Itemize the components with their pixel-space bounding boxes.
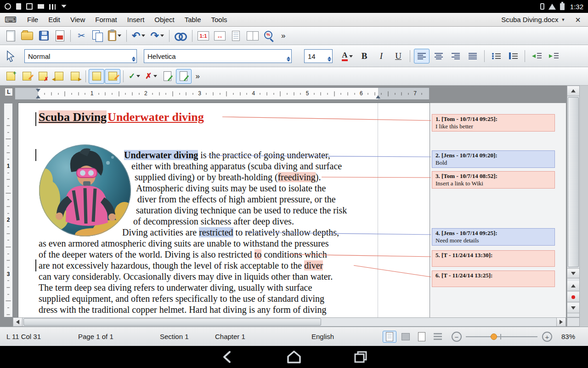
paste-button[interactable] (106, 29, 124, 43)
zoom-button[interactable]: % (261, 29, 277, 43)
increase-indent-button[interactable] (546, 49, 561, 63)
decrease-indent-button[interactable] (529, 49, 544, 63)
view-outline-button[interactable] (415, 331, 429, 343)
scroll-left-button[interactable] (13, 318, 23, 326)
vertical-ruler[interactable]: 123 (4, 103, 13, 317)
view-page-layout-button[interactable] (383, 331, 396, 343)
paragraph-style-select[interactable]: Normal (24, 49, 137, 63)
menu-edit[interactable]: Edit (43, 13, 65, 26)
browse-select-button[interactable] (567, 292, 579, 302)
keyboard-icon[interactable]: ⌨ (5, 15, 17, 25)
page-indicator[interactable]: Page 1 of 1 (78, 327, 113, 346)
menu-table[interactable]: Table (180, 13, 206, 26)
first-line-indent-marker[interactable] (36, 89, 40, 92)
undo-button[interactable]: ↶ (130, 29, 147, 43)
align-center-button[interactable] (431, 49, 447, 63)
tab-selector[interactable]: L (5, 88, 13, 96)
italic-button[interactable]: I (373, 49, 389, 63)
horizontal-ruler[interactable]: 1234567 (15, 87, 430, 100)
bullet-list-button[interactable] (488, 49, 504, 63)
comment-card[interactable]: 5. [T - 11/24/14 13:30]: (432, 250, 555, 267)
underline-button[interactable]: U (390, 49, 406, 63)
align-left-button[interactable] (414, 49, 430, 63)
home-button[interactable] (283, 346, 305, 368)
two-page-view-button[interactable] (244, 29, 261, 43)
horizontal-scrollbar[interactable] (13, 317, 566, 327)
toolbar-overflow-button[interactable]: » (196, 72, 200, 81)
combo-spinner-icon[interactable] (328, 57, 331, 62)
left-arrow-icon (16, 320, 19, 324)
combo-spinner-icon[interactable] (287, 57, 290, 62)
comment-card[interactable]: 3. [Tom - 10/7/14 08:52]:Insert a link t… (432, 171, 555, 189)
font-color-button[interactable]: A (339, 49, 355, 63)
language-indicator[interactable]: English (311, 327, 334, 346)
align-right-button[interactable] (448, 49, 464, 63)
scroll-down-button[interactable] (567, 268, 579, 278)
section-indicator[interactable]: Section 1 (160, 327, 189, 346)
find-button[interactable] (172, 29, 189, 43)
view-continuous-button[interactable] (431, 331, 445, 343)
actual-size-button[interactable]: 1:1 (195, 29, 211, 43)
reject-change-button[interactable]: ✗ (143, 69, 159, 84)
vertical-scrollbar[interactable] (567, 86, 580, 317)
numbered-list-button[interactable] (505, 49, 521, 63)
fit-width-button[interactable]: ↔ (212, 29, 228, 43)
zoom-slider-track[interactable] (466, 336, 537, 337)
menu-object[interactable]: Object (149, 13, 179, 26)
redo-button[interactable]: ↷ (148, 29, 166, 43)
chapter-indicator[interactable]: Chapter 1 (215, 327, 245, 346)
previous-object-button[interactable] (567, 281, 579, 291)
right-indent-marker[interactable] (376, 95, 380, 98)
document-page[interactable]: Scuba DivingUnderwater diving (18, 103, 430, 317)
scroll-right-button[interactable] (556, 318, 565, 326)
horizontal-scroll-thumb[interactable] (23, 318, 321, 326)
save-button[interactable] (36, 29, 51, 43)
view-draft-button[interactable] (399, 331, 413, 343)
previous-comment-button[interactable]: ◀ (51, 69, 67, 84)
open-button[interactable] (19, 29, 35, 43)
bold-button[interactable]: B (356, 49, 372, 63)
zoom-out-button[interactable]: − (452, 332, 462, 342)
show-comments-button[interactable] (89, 69, 104, 84)
comment-card[interactable]: 1. [Tom - 10/7/14 09:25]:I like this bet… (432, 114, 555, 132)
align-justify-button[interactable] (465, 49, 481, 63)
select-mode-button[interactable] (3, 49, 18, 63)
font-name-select[interactable]: Helvetica (144, 49, 292, 63)
vertical-scroll-thumb[interactable] (568, 97, 579, 267)
menu-tools[interactable]: Tools (206, 13, 232, 26)
next-object-button[interactable] (567, 303, 579, 313)
combo-spinner-icon[interactable] (132, 57, 136, 62)
recents-button[interactable] (349, 346, 372, 368)
zoom-in-button[interactable]: + (542, 332, 552, 342)
comment-card[interactable]: 6. [T - 11/24/14 13:25]: (432, 270, 555, 287)
comment-card[interactable]: 4. [Jens - 10/7/14 09:25]:Need more deta… (432, 228, 555, 246)
zoom-slider-thumb[interactable] (491, 334, 497, 340)
copy-button[interactable] (90, 29, 105, 43)
review-changes-button[interactable] (160, 69, 175, 84)
font-size-select[interactable]: 14 (304, 49, 333, 63)
toolbar-separator (192, 30, 192, 42)
comment-card[interactable]: 2. [Jens - 10/7/14 09:20]:Bold (432, 150, 555, 168)
document-title[interactable]: Scuba Diving.docx ▼ (501, 16, 565, 23)
cut-button[interactable]: ✂ (74, 29, 89, 43)
menu-format[interactable]: Format (90, 13, 122, 26)
new-document-button[interactable] (3, 29, 18, 43)
toolbar-overflow-button[interactable]: » (281, 31, 285, 40)
track-changes-button[interactable] (176, 69, 192, 84)
menu-view[interactable]: View (65, 13, 90, 26)
insert-comment-button[interactable]: + (3, 69, 18, 84)
scuba-diver-image[interactable] (39, 144, 131, 236)
menu-file[interactable]: File (22, 13, 43, 26)
page-view-button[interactable] (228, 29, 244, 43)
back-button[interactable] (216, 346, 239, 368)
delete-comment-button[interactable]: ✗ (35, 69, 51, 84)
next-comment-button[interactable]: ▶ (67, 69, 83, 84)
export-pdf-button[interactable] (52, 29, 68, 43)
comments-pane-button[interactable] (105, 69, 120, 84)
edit-comment-button[interactable] (19, 69, 34, 84)
menu-insert[interactable]: Insert (122, 13, 150, 26)
close-document-icon[interactable]: × (572, 15, 583, 24)
accept-change-button[interactable]: ✓ (126, 69, 142, 84)
scroll-up-button[interactable] (567, 86, 579, 96)
left-indent-marker[interactable] (36, 95, 40, 98)
